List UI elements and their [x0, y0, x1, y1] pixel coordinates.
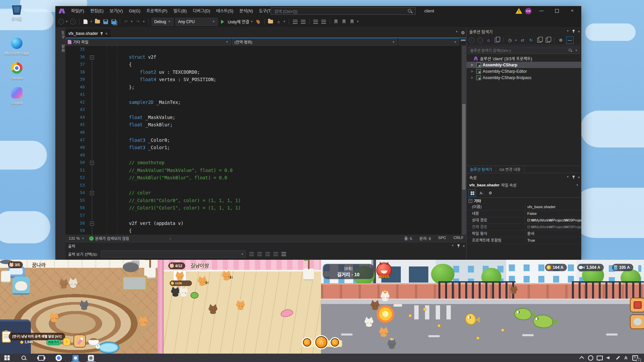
tray-chevron-icon[interactable]: [578, 354, 585, 361]
chevron-down-icon[interactable]: ▼: [357, 20, 359, 23]
fold-marker[interactable]: [85, 61, 96, 68]
coin[interactable]: [501, 328, 504, 332]
fold-marker[interactable]: [85, 83, 96, 91]
eol-indicator[interactable]: CRLF: [453, 236, 464, 241]
fold-marker[interactable]: [85, 204, 96, 212]
start-debug-icon[interactable]: [220, 19, 226, 25]
properties-object-dropdown[interactable]: vfx_base.shader 파일 속성 ▼: [467, 181, 581, 189]
start-button[interactable]: [3, 354, 11, 361]
platform-dropdown[interactable]: Any CPU▼: [175, 18, 218, 26]
fold-marker[interactable]: [85, 212, 96, 220]
fold-marker[interactable]: [85, 129, 96, 136]
document-tab[interactable]: vfx_base.shader ×: [65, 29, 111, 38]
chevron-down-icon[interactable]: ▼: [575, 49, 578, 52]
code-editor[interactable]: 35 36 struct v2f 37 { 38: [65, 46, 466, 235]
chevron-down-icon[interactable]: ▼: [65, 20, 68, 23]
forward-icon[interactable]: ›: [477, 37, 483, 43]
menu-item[interactable]: 분석(N): [236, 6, 256, 16]
nav-home-button[interactable]: ⌂: [315, 336, 327, 348]
vertical-scrollbar[interactable]: [462, 46, 466, 235]
member-dropdown[interactable]: ▼: [399, 38, 459, 46]
pin-icon[interactable]: [572, 29, 575, 33]
account-avatar[interactable]: CS: [525, 8, 532, 14]
menu-item[interactable]: 편집(E): [87, 6, 107, 16]
property-row[interactable]: 내용 False: [467, 210, 581, 217]
menu-item[interactable]: Git(G): [126, 6, 143, 16]
chevron-down-icon[interactable]: ▼: [567, 175, 569, 179]
menu-item[interactable]: 파일(F): [68, 6, 87, 16]
green-fish-enemy[interactable]: [514, 308, 536, 320]
bookmark-prev-icon[interactable]: [341, 19, 347, 25]
back-icon[interactable]: ‹: [469, 37, 475, 43]
fold-marker[interactable]: [85, 91, 96, 99]
cat[interactable]: [79, 301, 89, 310]
pin-icon[interactable]: [457, 244, 460, 247]
fold-marker[interactable]: [85, 53, 96, 61]
menu-item[interactable]: 테스트(S): [213, 6, 236, 16]
property-pages-icon[interactable]: ⚙: [487, 190, 493, 196]
fold-marker[interactable]: [85, 106, 96, 114]
coin[interactable]: [409, 314, 412, 317]
menu-item[interactable]: 빌드(B): [170, 6, 190, 16]
pen-icon[interactable]: [614, 354, 622, 361]
project-dropdown[interactable]: 기타 파일 ▼: [65, 38, 231, 46]
volume-icon[interactable]: [605, 354, 612, 361]
fold-marker[interactable]: [85, 76, 96, 83]
minimize-button[interactable]: —: [534, 6, 549, 16]
cat[interactable]: [197, 277, 207, 286]
project-row[interactable]: ▷ Assembly-CSharp: [467, 62, 581, 68]
coin[interactable]: [437, 324, 441, 327]
find-in-files-icon[interactable]: [268, 19, 274, 25]
blue-armchair[interactable]: [12, 277, 30, 295]
desktop-icon[interactable]: Microsoft Edge: [4, 38, 30, 56]
chevron-down-icon[interactable]: ▼: [130, 20, 133, 23]
fold-marker[interactable]: [85, 152, 96, 159]
word-wrap-icon[interactable]: [281, 252, 286, 256]
close-icon[interactable]: ×: [463, 244, 465, 248]
navigate-back-icon[interactable]: ‹: [58, 19, 64, 25]
property-group-row[interactable]: − 기타: [467, 198, 581, 204]
output-icon[interactable]: [249, 252, 254, 256]
litter-box[interactable]: [122, 276, 147, 291]
zoom-level[interactable]: 131 %: [69, 236, 80, 240]
preview-selected-items-icon[interactable]: —: [566, 37, 574, 44]
humidifier[interactable]: [1, 271, 10, 283]
expand-arrow-icon[interactable]: ▷: [471, 76, 475, 79]
cat[interactable]: [138, 317, 148, 326]
chevron-down-icon[interactable]: ▼: [515, 39, 517, 42]
undo-icon[interactable]: ↶: [123, 19, 129, 25]
chevron-down-icon[interactable]: ▼: [283, 20, 286, 23]
property-row[interactable]: 전체 경로 D:₩MyWork₩Project₩09Proje: [467, 224, 581, 231]
close-tab-icon[interactable]: ×: [105, 32, 107, 36]
taskbar-app-icon[interactable]: [72, 354, 79, 361]
close-button[interactable]: ×: [565, 6, 580, 16]
space-indicator[interactable]: SPC: [438, 236, 446, 241]
maximize-button[interactable]: [549, 6, 565, 16]
desktop-icon[interactable]: 휴지통: [4, 3, 30, 21]
output-icon[interactable]: [273, 252, 278, 256]
uncomment-icon[interactable]: [321, 19, 327, 25]
green-fish-enemy[interactable]: [533, 315, 557, 328]
close-icon[interactable]: ×: [578, 175, 580, 179]
pin-icon[interactable]: [572, 175, 575, 179]
chevron-down-icon[interactable]: ▼: [251, 20, 253, 23]
warning-icon[interactable]: !: [516, 8, 522, 14]
cat[interactable]: [221, 271, 231, 281]
alphabetical-sort-icon[interactable]: A↓: [479, 190, 485, 196]
item-button-gift[interactable]: [630, 298, 644, 312]
quest-text[interactable]: [연구] 냥냥 터치 공격 레벨 달성 [5/7]: [9, 333, 65, 340]
open-folder-icon[interactable]: [95, 19, 101, 25]
home-icon[interactable]: ⌂: [276, 19, 282, 25]
tab-git-changes[interactable]: Git 변경 내용: [496, 166, 524, 173]
network-icon[interactable]: [596, 354, 603, 361]
collapse-group-icon[interactable]: −: [469, 199, 472, 203]
cat[interactable]: [379, 327, 389, 337]
home-icon[interactable]: ⌂: [485, 37, 491, 43]
bookmark-icon[interactable]: [333, 19, 339, 25]
chevron-down-icon[interactable]: ▼: [455, 30, 458, 35]
close-icon[interactable]: ×: [578, 29, 580, 34]
search-icon[interactable]: [407, 8, 413, 14]
cat[interactable]: [208, 305, 218, 314]
item-button-fish[interactable]: [630, 314, 644, 329]
desktop-icon[interactable]: Chrome: [4, 62, 30, 80]
